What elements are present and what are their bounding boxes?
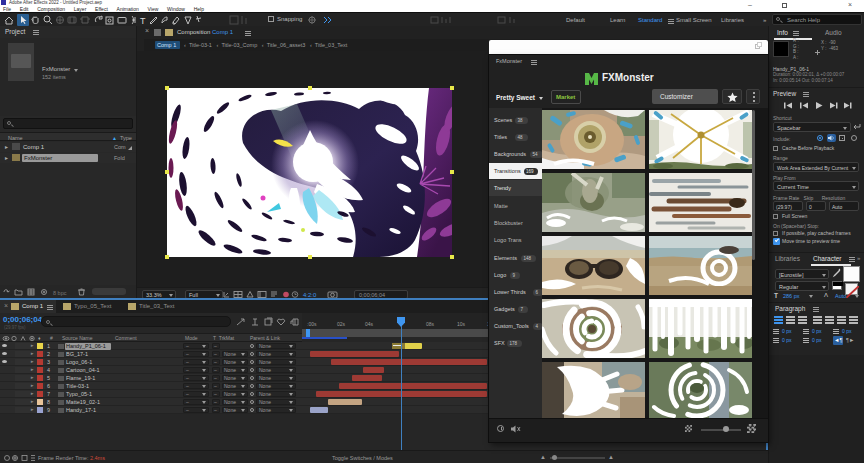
svg-text:T: T (140, 16, 146, 26)
svg-text:8 bpc: 8 bpc (53, 290, 67, 296)
